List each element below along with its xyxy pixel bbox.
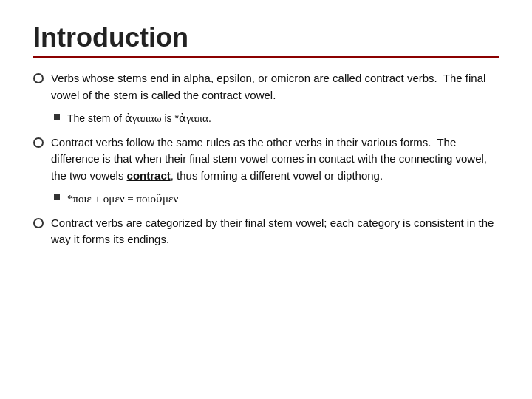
slide-title: Introduction (33, 22, 499, 53)
slide: Introduction Verbs whose stems end in al… (0, 0, 532, 399)
greek-word-1: ἀγαπάω (125, 112, 162, 124)
bullet-item-3: Contract verbs are categorized by their … (33, 215, 499, 248)
bullet-circle-2 (33, 137, 44, 148)
contract-word: contract (127, 169, 171, 182)
sub-bullet-square-2 (54, 194, 60, 200)
bullet-circle-1 (33, 73, 44, 83)
sub-bullet-square-1 (54, 114, 60, 120)
bullet-text-3-underlined: Contract verbs are categorized by their … (51, 216, 494, 229)
greek-word-2: ἀγαπα (179, 112, 208, 124)
title-underline (33, 56, 499, 58)
sub-bullet-text-1: The stem of ἀγαπάω is *ἀγαπα. (67, 110, 211, 127)
bullet-text-1: Verbs whose stems end in alpha, epsilon,… (51, 70, 499, 103)
sub-bullet-2: *ποιε + ομεν = ποιοῦμεν (54, 191, 499, 208)
sub-bullet-text-2: *ποιε + ομεν = ποιοῦμεν (67, 191, 178, 208)
greek-equation: *ποιε + ομεν = ποιοῦμεν (67, 193, 178, 205)
content-area: Verbs whose stems end in alpha, epsilon,… (33, 70, 499, 253)
bullet-text-3: Contract verbs are categorized by their … (51, 215, 494, 248)
bullet-item-1: Verbs whose stems end in alpha, epsilon,… (33, 70, 499, 103)
bullet-circle-3 (33, 218, 44, 228)
bullet-text-2: Contract verbs follow the same rules as … (51, 134, 499, 185)
sub-bullet-1: The stem of ἀγαπάω is *ἀγαπα. (54, 110, 499, 127)
bullet-text-3-normal: way it forms its endings. (51, 233, 169, 245)
bullet-item-2: Contract verbs follow the same rules as … (33, 134, 499, 185)
